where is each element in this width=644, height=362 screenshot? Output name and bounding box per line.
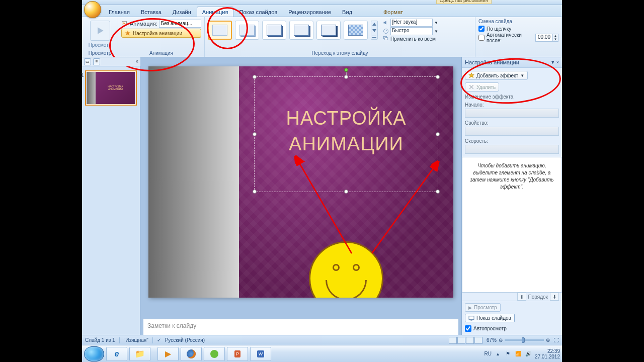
svg-rect-6 [372, 36, 376, 36]
tray-language[interactable]: RU [484, 351, 491, 356]
apply-to-all-button[interactable]: Применить ко всем [383, 36, 438, 42]
svg-marker-14 [469, 73, 474, 78]
ribbon: Просмотр Просмотр Анимация: Без анимац..… [82, 17, 562, 57]
preview-button[interactable] [90, 21, 110, 41]
auto-after-checkbox[interactable] [478, 35, 485, 41]
animation-combo[interactable]: Без анимац... [159, 20, 201, 28]
tab-design[interactable]: Дизайн [167, 7, 197, 17]
fit-to-window-icon[interactable]: ⛶ [554, 337, 559, 343]
slide-canvas[interactable]: НАСТРОЙКААНИМАЦИИ [140, 57, 461, 317]
star-icon [468, 72, 474, 78]
tab-home[interactable]: Главная [103, 7, 135, 17]
apply-all-label: Применить ко всем [390, 36, 436, 42]
animation-label: Анимация: [130, 21, 157, 27]
group-label-animation: Анимация [121, 49, 201, 57]
office-button[interactable] [84, 1, 101, 18]
add-effect-button[interactable]: Добавить эффект ▼ [465, 71, 528, 80]
play-button[interactable]: ▶ Просмотр [465, 303, 501, 312]
transition-item[interactable] [289, 21, 313, 40]
taskbar-ie[interactable]: e [106, 347, 127, 361]
tray-clock[interactable]: 22:39 27.01.2012 [535, 348, 560, 359]
transition-sound-combo[interactable]: [Нет звука] [390, 19, 433, 27]
auto-after-spinner[interactable]: 00:00 ▲▼ [535, 34, 558, 42]
close-pane-icon[interactable]: × [135, 59, 138, 64]
group-animation: Анимация: Без анимац... Настройка анимац… [118, 17, 205, 57]
animation-settings-label: Настройка анимации [133, 31, 182, 36]
apply-icon [383, 36, 389, 42]
slide-title-text[interactable]: НАСТРОЙКААНИМАЦИИ [286, 106, 406, 157]
animation-settings-button[interactable]: Настройка анимации [121, 29, 201, 38]
reorder-controls: ⬆ Порядок ⬇ [462, 293, 562, 301]
rotate-handle[interactable] [344, 68, 348, 72]
group-advance-slide: Смена слайда По щелчку Автоматически пос… [475, 17, 562, 57]
tab-animation[interactable]: Анимация [197, 7, 234, 17]
speed-label: Скорость: [465, 138, 559, 144]
transition-item[interactable] [235, 21, 259, 40]
taskbar-firefox[interactable] [181, 347, 202, 361]
ribbon-tabs: Главная Вставка Дизайн Анимация Показ сл… [82, 5, 562, 17]
remove-effect-button: Удалить [465, 82, 499, 92]
taskbar-word[interactable]: W [250, 347, 271, 361]
taskbar-wmplayer[interactable]: ▶ [157, 347, 179, 361]
tab-review[interactable]: Рецензирование [283, 7, 337, 17]
sound-icon [383, 20, 389, 26]
tray-volume-icon[interactable]: 🔊 [525, 350, 532, 357]
start-label: Начало: [465, 102, 559, 108]
transition-item[interactable] [316, 21, 341, 40]
autopreview-checkbox[interactable] [465, 325, 471, 332]
slide-thumbnail[interactable]: НАСТРОЙКААНИМАЦИИ [85, 70, 137, 106]
tab-insert[interactable]: Вставка [135, 7, 167, 17]
tab-format[interactable]: Формат [378, 7, 409, 17]
tab-slideshow[interactable]: Показ слайдов [233, 7, 283, 17]
taskpane-header: Настройка анимации ▼ × [462, 57, 562, 68]
slide-number: 1 [81, 72, 84, 78]
status-theme: "Изящная" [124, 337, 148, 343]
taskpane-title: Настройка анимации [465, 59, 519, 65]
modify-effect-title: Изменение эффекта [465, 94, 559, 100]
transition-scroll[interactable] [371, 21, 378, 40]
slides-view-icon[interactable]: ▭ [84, 58, 91, 65]
tray-flag-icon[interactable]: ⚑ [505, 350, 512, 357]
transition-item[interactable] [262, 21, 286, 40]
zoom-controls[interactable]: 67% ⊖ ⊕ [487, 337, 550, 343]
slide-thumbnails: 1 НАСТРОЙКААНИМАЦИИ [82, 57, 140, 335]
order-label: Порядок [528, 294, 548, 300]
transition-speed-combo[interactable]: Быстро [390, 27, 433, 35]
start-button[interactable] [84, 346, 104, 361]
outline-view-icon[interactable]: ≡ [93, 58, 100, 65]
group-label-preview: Просмотр [89, 49, 112, 57]
slideshow-button[interactable]: Показ слайдов [465, 314, 515, 322]
transition-none[interactable] [208, 21, 232, 40]
taskbar-powerpoint[interactable]: P [227, 347, 248, 361]
slideshow-label: Показ слайдов [476, 315, 511, 321]
move-down-button: ⬇ [550, 293, 559, 301]
notes-pane[interactable]: Заметки к слайду [143, 319, 458, 335]
on-click-label: По щелчку [487, 26, 511, 32]
remove-icon [468, 84, 474, 90]
speed-icon [383, 28, 389, 34]
view-buttons[interactable] [449, 337, 482, 344]
tab-view[interactable]: Вид [337, 7, 358, 17]
status-slide-count: Слайд 1 из 1 [85, 337, 115, 343]
transition-item[interactable] [344, 21, 368, 40]
taskbar-explorer[interactable]: 📁 [129, 347, 150, 361]
property-combo [465, 127, 559, 136]
group-label-transition: Переход к этому слайду [208, 49, 472, 57]
zoom-value[interactable]: 67% [487, 337, 497, 343]
windows-taskbar: e 📁 ▶ P W RU ▴ ⚑ 📶 🔊 22:39 27.01.2012 [82, 345, 562, 362]
slide[interactable]: НАСТРОЙКААНИМАЦИИ [148, 66, 453, 298]
settings-icon [125, 30, 131, 36]
on-click-checkbox[interactable] [478, 26, 485, 32]
svg-rect-15 [469, 316, 474, 319]
transition-gallery[interactable] [208, 21, 378, 40]
tray-arrow-icon[interactable]: ▴ [495, 350, 502, 357]
tray-network-icon[interactable]: 📶 [515, 350, 522, 357]
property-label: Свойство: [465, 120, 559, 126]
advance-title: Смена слайда [478, 19, 558, 24]
pane-toggle-bar: ▭ ≡ × [82, 57, 140, 66]
move-up-button: ⬆ [517, 293, 526, 301]
taskbar-app[interactable] [204, 347, 225, 361]
status-language[interactable]: Русский (Россия) [165, 337, 205, 343]
screen-icon [468, 316, 474, 321]
taskpane-hint: Чтобы добавить анимацию, выделите элемен… [462, 157, 562, 293]
